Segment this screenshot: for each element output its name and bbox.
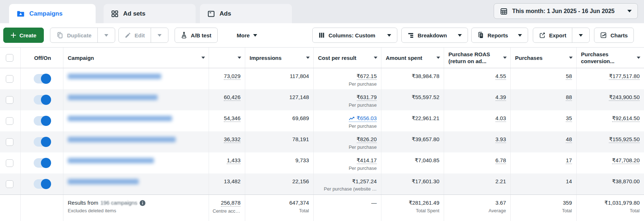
export-button[interactable]: Export bbox=[533, 28, 572, 42]
sort-caret-icon bbox=[503, 57, 507, 59]
row-checkbox[interactable] bbox=[6, 138, 13, 146]
cost-sub-label: Per purchase (website … bbox=[324, 186, 377, 192]
edit-dropdown-caret[interactable] bbox=[151, 28, 168, 42]
campaign-name-redacted[interactable] bbox=[68, 95, 158, 100]
campaign-toggle[interactable] bbox=[34, 116, 50, 126]
campaign-toggle[interactable] bbox=[34, 74, 50, 83]
export-split-button: Export bbox=[533, 28, 590, 43]
cost-sub-label: Per purchase bbox=[349, 123, 377, 129]
tab-ads-label: Ads bbox=[219, 10, 231, 17]
campaign-name-redacted[interactable] bbox=[68, 158, 154, 163]
amount-spent-cell: ₹17,601.30 bbox=[381, 173, 444, 195]
breakdown-button[interactable]: Breakdown bbox=[401, 28, 468, 43]
columns-button[interactable]: Columns: Custom bbox=[312, 28, 397, 43]
campaign-name-redacted[interactable] bbox=[68, 116, 172, 121]
select-all-cell bbox=[0, 48, 21, 68]
create-button[interactable]: Create bbox=[3, 28, 44, 43]
impressions-cell: 69,689 bbox=[245, 110, 314, 131]
row-checkbox[interactable] bbox=[6, 159, 13, 167]
cost-per-result-cell: ₹826.20Per purchase bbox=[314, 131, 381, 152]
cost-per-result-cell: ₹414.17Per purchase bbox=[314, 152, 381, 173]
sort-caret-icon bbox=[637, 57, 640, 59]
tab-ad-sets[interactable]: Ad sets bbox=[104, 4, 196, 23]
purchases-cell: 17 bbox=[511, 152, 577, 173]
impressions-cell: 117,804 bbox=[245, 68, 314, 89]
sort-caret-icon bbox=[201, 57, 205, 59]
purchases-cell: 88 bbox=[511, 89, 577, 110]
column-header-campaign[interactable]: Campaign bbox=[63, 48, 209, 68]
purchase-roas-cell: 4.55 bbox=[444, 68, 511, 89]
amount-spent-cell: ₹55,597.52 bbox=[381, 89, 444, 110]
charts-button[interactable]: Charts bbox=[594, 28, 634, 43]
purchases-conversion-cell: ₹243,900.50 bbox=[577, 89, 644, 110]
results-cell: 54,346 bbox=[209, 110, 245, 131]
duplicate-icon bbox=[56, 32, 63, 39]
more-button[interactable]: More bbox=[232, 28, 263, 43]
column-header-amount-spent[interactable]: Amount spent bbox=[381, 48, 444, 68]
column-header-purchases-conversion[interactable]: Purchasesconversion... bbox=[577, 48, 644, 68]
campaign-toggle[interactable] bbox=[34, 179, 50, 189]
results-count: 196 campaigns bbox=[100, 200, 137, 206]
select-all-checkbox[interactable] bbox=[6, 54, 13, 62]
campaign-name-cell bbox=[63, 152, 209, 173]
tab-ads[interactable]: Ads bbox=[200, 4, 292, 23]
impressions-total-cell: 647,374 Total bbox=[245, 195, 314, 221]
purchases-cell: 14 bbox=[511, 173, 577, 195]
row-select-cell bbox=[0, 89, 21, 110]
duplicate-split-button: Duplicate bbox=[50, 28, 115, 43]
column-header-purchase-roas[interactable]: Purchase ROAS(return on ad... bbox=[444, 48, 511, 68]
table-row: 54,34669,689₹656.03Per purchase₹22,961.2… bbox=[0, 110, 644, 131]
purchase-roas-cell: 3.93 bbox=[444, 131, 511, 152]
purchases-cell: 35 bbox=[511, 110, 577, 131]
duplicate-button[interactable]: Duplicate bbox=[50, 28, 97, 42]
impressions-cell: 78,191 bbox=[245, 131, 314, 152]
campaign-name-redacted[interactable] bbox=[68, 179, 139, 184]
row-checkbox[interactable] bbox=[6, 75, 13, 83]
info-icon[interactable] bbox=[139, 200, 146, 206]
campaign-name-cell bbox=[63, 68, 209, 89]
results-cell: 73,029 bbox=[209, 68, 245, 89]
row-select-cell bbox=[0, 131, 21, 152]
tab-campaigns-label: Campaigns bbox=[29, 10, 63, 17]
campaign-name-redacted[interactable] bbox=[68, 137, 176, 142]
row-select-cell bbox=[0, 68, 21, 89]
export-icon bbox=[539, 32, 545, 38]
column-header-results[interactable] bbox=[209, 48, 245, 68]
column-header-impressions[interactable]: Impressions bbox=[245, 48, 314, 68]
spent-total-cell: ₹281,261.49 Total Spent bbox=[381, 195, 444, 221]
sort-caret-icon bbox=[436, 57, 440, 59]
grid-icon bbox=[111, 10, 119, 18]
pencil-icon bbox=[125, 32, 131, 38]
ab-test-button[interactable]: A/B test bbox=[175, 28, 218, 43]
date-range-picker[interactable]: This month: 1 Jun 2025 - 16 Jun 2025 bbox=[494, 3, 638, 19]
campaign-name-cell bbox=[63, 89, 209, 110]
row-checkbox[interactable] bbox=[6, 180, 13, 188]
export-dropdown-caret[interactable] bbox=[572, 28, 589, 42]
row-checkbox[interactable] bbox=[6, 117, 13, 125]
cost-sub-label: Per purchase bbox=[349, 81, 377, 87]
column-header-cost-per-result[interactable]: Cost per result bbox=[314, 48, 381, 68]
chevron-down-icon bbox=[387, 34, 391, 37]
row-checkbox[interactable] bbox=[6, 96, 13, 104]
campaign-name-redacted[interactable] bbox=[68, 74, 161, 79]
reports-button[interactable]: Reports bbox=[471, 28, 528, 43]
row-toggle-cell bbox=[21, 131, 63, 152]
column-header-purchases[interactable]: Purchases bbox=[511, 48, 577, 68]
purchases-conversion-cell: ₹155,925.50 bbox=[577, 131, 644, 152]
duplicate-dropdown-caret[interactable] bbox=[97, 28, 115, 42]
purchase-roas-cell: 6.78 bbox=[444, 152, 511, 173]
table-row: 60,426127,148₹631.79Per purchase₹55,597.… bbox=[0, 89, 644, 110]
purchase-roas-cell: 2.21 bbox=[444, 173, 511, 195]
results-from-label: Results from bbox=[68, 200, 98, 206]
campaign-toggle[interactable] bbox=[34, 95, 50, 105]
campaign-toggle[interactable] bbox=[34, 137, 50, 147]
column-header-off-on: Off/On bbox=[21, 48, 63, 68]
results-summary-cell: Results from 196 campaigns Excludes dele… bbox=[63, 195, 209, 221]
campaign-toggle[interactable] bbox=[34, 158, 50, 168]
ads-manager-app: Campaigns Ad sets Ads This month: 1 Jun … bbox=[0, 0, 644, 221]
excludes-deleted-label: Excludes deleted items bbox=[68, 208, 116, 213]
tab-campaigns[interactable]: Campaigns bbox=[9, 4, 96, 23]
conversion-total-cell: ₹1,031,979.80 Total bbox=[577, 195, 644, 221]
edit-button[interactable]: Edit bbox=[119, 28, 151, 42]
row-select-cell bbox=[0, 173, 21, 195]
